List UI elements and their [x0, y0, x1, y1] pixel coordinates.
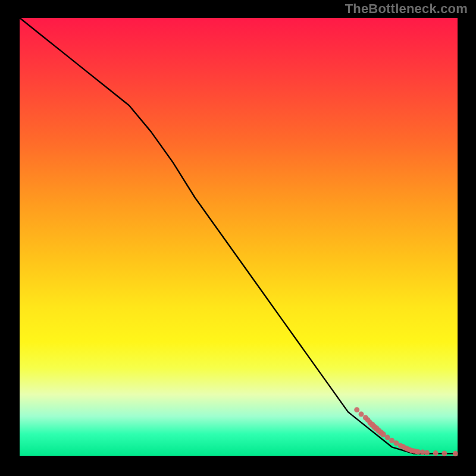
chart-plot-area [20, 18, 458, 456]
scatter-point [359, 412, 364, 417]
chart-svg-overlay [20, 18, 458, 456]
scatter-point [424, 450, 430, 455]
scatter-point [441, 450, 447, 456]
attribution-text: TheBottleneck.com [345, 1, 468, 17]
scatter-point [453, 451, 458, 456]
scatter-point [385, 435, 390, 440]
scatter-point [354, 407, 359, 412]
bottleneck-curve-path [20, 18, 458, 453]
scatter-points [354, 407, 458, 456]
bottleneck-curve [20, 18, 458, 453]
chart-frame [20, 18, 458, 456]
scatter-point [433, 450, 439, 456]
